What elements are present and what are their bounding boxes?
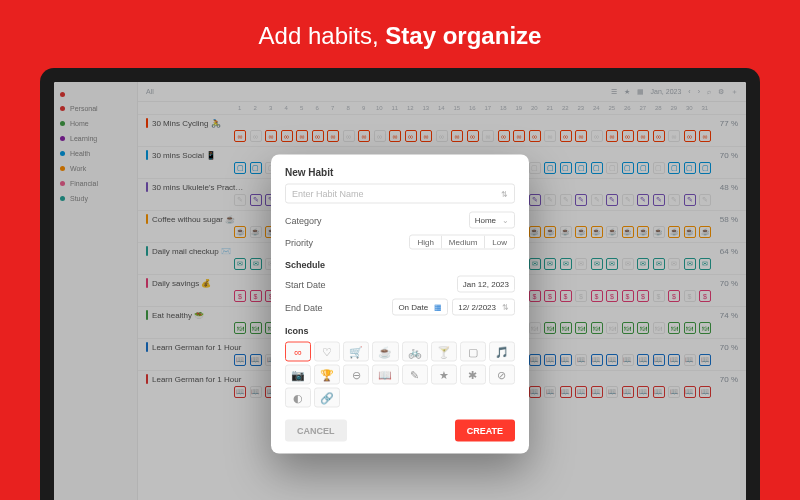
habit-day-cell[interactable]: ▢ [560,162,572,174]
habit-day-cell[interactable]: $ [529,290,541,302]
habit-day-cell[interactable]: ☕ [668,226,680,238]
priority-option[interactable]: Low [485,236,514,249]
habit-day-cell[interactable]: $ [575,290,587,302]
habit-day-cell[interactable]: ☕ [606,226,618,238]
habit-day-cell[interactable]: ▢ [622,162,634,174]
habit-day-cell[interactable]: ∞ [389,130,401,142]
habit-day-cell[interactable]: ∞ [420,130,432,142]
habit-day-cell[interactable]: ▢ [606,162,618,174]
habit-day-cell[interactable]: ☕ [699,226,711,238]
icon-option[interactable]: ◐ [285,388,311,408]
icon-option[interactable]: 📖 [372,365,398,385]
habit-day-cell[interactable]: ▢ [591,162,603,174]
habit-day-cell[interactable]: ✉ [560,258,572,270]
habit-day-cell[interactable]: ∞ [637,130,649,142]
end-date-picker[interactable]: 12/ 2/2023 ⇅ [452,299,515,316]
habit-name[interactable]: Daily mail checkup ✉️ [146,246,231,256]
habit-day-cell[interactable]: ∞ [668,130,680,142]
habit-day-cell[interactable]: ∞ [327,130,339,142]
habit-day-cell[interactable]: ∞ [265,130,277,142]
list-icon[interactable]: ☰ [611,88,617,96]
search-icon[interactable]: ⌕ [707,88,711,95]
habit-day-cell[interactable]: ✎ [668,194,680,206]
habit-day-cell[interactable]: 📖 [250,354,262,366]
habit-day-cell[interactable]: ☕ [250,226,262,238]
habit-day-cell[interactable]: 🍽 [544,322,556,334]
habit-day-cell[interactable]: ✉ [699,258,711,270]
habit-day-cell[interactable]: 📖 [637,354,649,366]
habit-day-cell[interactable]: ☕ [544,226,556,238]
habit-day-cell[interactable]: 📖 [575,386,587,398]
sidebar-item[interactable]: Learning [60,135,131,142]
habit-day-cell[interactable]: ✉ [544,258,556,270]
habit-day-cell[interactable]: 📖 [653,354,665,366]
icon-option[interactable]: 🎵 [489,342,515,362]
habit-day-cell[interactable]: ✎ [591,194,603,206]
habit-day-cell[interactable]: 🍽 [529,322,541,334]
habit-day-cell[interactable]: 🍽 [684,322,696,334]
habit-day-cell[interactable]: $ [622,290,634,302]
habit-day-cell[interactable]: ☕ [684,226,696,238]
habit-day-cell[interactable]: ∞ [498,130,510,142]
icon-option[interactable]: 🛒 [343,342,369,362]
habit-day-cell[interactable]: 📖 [606,386,618,398]
habit-day-cell[interactable]: ∞ [513,130,525,142]
habit-day-cell[interactable]: ✎ [250,194,262,206]
habit-day-cell[interactable]: ∞ [358,130,370,142]
habit-day-cell[interactable]: ∞ [606,130,618,142]
habit-day-cell[interactable]: ✉ [653,258,665,270]
topbar-filter[interactable]: All [146,88,154,95]
habit-day-cell[interactable]: ∞ [699,130,711,142]
habit-day-cell[interactable]: 📖 [684,386,696,398]
icon-option[interactable]: 📷 [285,365,311,385]
habit-day-cell[interactable]: ∞ [575,130,587,142]
habit-day-cell[interactable]: 📖 [637,386,649,398]
habit-day-cell[interactable]: $ [591,290,603,302]
icon-option[interactable]: 🔗 [314,388,340,408]
cancel-button[interactable]: CANCEL [285,420,347,442]
habit-day-cell[interactable]: ☕ [637,226,649,238]
habit-day-cell[interactable]: ✎ [699,194,711,206]
habit-day-cell[interactable]: 📖 [653,386,665,398]
habit-day-cell[interactable]: $ [544,290,556,302]
habit-day-cell[interactable]: 🍽 [668,322,680,334]
habit-day-cell[interactable]: ☕ [591,226,603,238]
habit-day-cell[interactable]: 📖 [234,354,246,366]
habit-day-cell[interactable]: ✎ [544,194,556,206]
habit-day-cell[interactable]: $ [606,290,618,302]
habit-day-cell[interactable]: ∞ [622,130,634,142]
habit-day-cell[interactable]: ✎ [234,194,246,206]
habit-name[interactable]: 30 Mins Cycling 🚴 [146,118,221,128]
habit-day-cell[interactable]: ∞ [482,130,494,142]
icon-option[interactable]: ♡ [314,342,340,362]
habit-day-cell[interactable]: 📖 [668,354,680,366]
habit-name[interactable]: 30 mins Ukulele's Pract… [146,182,243,192]
habit-day-cell[interactable]: 📖 [544,354,556,366]
sidebar-item[interactable]: Work [60,165,131,172]
habit-day-cell[interactable]: $ [699,290,711,302]
habit-day-cell[interactable]: ☕ [622,226,634,238]
habit-day-cell[interactable]: ∞ [296,130,308,142]
habit-day-cell[interactable]: 📖 [575,354,587,366]
habit-day-cell[interactable]: 📖 [699,386,711,398]
habit-day-cell[interactable]: $ [668,290,680,302]
habit-day-cell[interactable]: 🍽 [606,322,618,334]
habit-day-cell[interactable]: 📖 [606,354,618,366]
habit-day-cell[interactable]: 📖 [684,354,696,366]
habit-day-cell[interactable]: 📖 [544,386,556,398]
habit-day-cell[interactable]: ✎ [560,194,572,206]
habit-day-cell[interactable]: 📖 [668,386,680,398]
icon-option[interactable]: 🚲 [402,342,428,362]
habit-day-cell[interactable]: ☕ [653,226,665,238]
habit-day-cell[interactable]: 🍽 [591,322,603,334]
habit-day-cell[interactable]: 📖 [560,386,572,398]
habit-day-cell[interactable]: ✉ [575,258,587,270]
habit-day-cell[interactable]: ✎ [529,194,541,206]
end-mode-select[interactable]: On Date ▦ [392,299,448,316]
habit-day-cell[interactable]: ✎ [622,194,634,206]
habit-day-cell[interactable]: ✎ [653,194,665,206]
gear-icon[interactable]: ⚙ [718,88,724,96]
habit-day-cell[interactable]: ∞ [374,130,386,142]
habit-day-cell[interactable]: 📖 [699,354,711,366]
sidebar-item[interactable]: Personal [60,105,131,112]
